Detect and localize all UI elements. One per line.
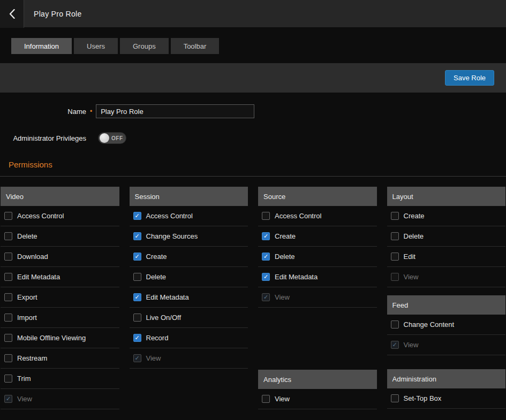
permission-row-session-change-sources[interactable]: ✓Change Sources [130,226,248,247]
checkbox-session-record[interactable]: ✓ [133,334,141,342]
checkbox-video-delete[interactable] [4,232,12,240]
permission-label: Edit Metadata [275,273,318,281]
permission-label: Restream [17,354,47,362]
checkbox-layout-create[interactable] [391,212,399,220]
permission-row-video-delete[interactable]: Delete [1,226,119,247]
permission-label: View [146,354,161,362]
checkbox-video-import[interactable] [4,314,12,322]
permission-row-video-restream[interactable]: Restream [1,348,119,369]
required-marker: • [90,108,92,115]
permission-row-source-access-control[interactable]: Access Control [258,206,377,226]
save-role-button[interactable]: Save Role [445,70,494,86]
permission-label: View [404,341,419,349]
permission-label: Set-Top Box [404,394,442,402]
permission-row-layout-delete[interactable]: Delete [387,226,506,247]
permission-row-video-trim[interactable]: Trim [1,369,119,389]
checkbox-layout-edit[interactable] [391,253,399,261]
permission-row-session-edit-metadata[interactable]: ✓Edit Metadata [130,287,248,308]
permissions-grid: VideoAccess ControlDeleteDownloadEdit Me… [0,177,506,409]
permission-group-feed: FeedChange Content✓View [387,295,506,355]
checkbox-session-live-on-off[interactable] [133,314,141,322]
permission-label: Change Content [404,320,455,329]
tab-users[interactable]: Users [74,38,118,54]
permission-label: View [404,273,419,281]
permission-group-session: Session✓Access Control✓Change Sources✓Cr… [130,187,248,369]
name-label: Name [0,108,86,116]
tab-information[interactable]: Information [11,38,72,54]
checkbox-video-restream[interactable] [4,354,12,362]
permission-row-source-create[interactable]: ✓Create [258,226,377,247]
permission-label: Access Control [17,212,64,220]
permission-row-session-view: ✓View [130,348,248,369]
name-input[interactable] [96,104,254,118]
checkbox-session-delete[interactable] [133,273,141,281]
checkbox-video-edit-metadata[interactable] [4,273,12,281]
permission-row-session-live-on-off[interactable]: Live On/Off [130,308,248,328]
permission-row-session-delete[interactable]: Delete [130,267,248,287]
permission-label: Delete [146,273,167,281]
permission-row-video-edit-metadata[interactable]: Edit Metadata [1,267,119,287]
permission-label: Export [17,293,37,301]
checkbox-video-trim[interactable] [4,375,12,383]
permission-row-feed-change-content[interactable]: Change Content [387,315,506,335]
checkbox-analytics-view[interactable] [262,395,270,403]
permission-row-video-mobile-offline-viewing[interactable]: Mobile Offline Viewing [1,328,119,348]
permission-row-session-create[interactable]: ✓Create [130,247,248,267]
permission-row-session-access-control[interactable]: ✓Access Control [130,206,248,226]
permission-label: Delete [17,232,37,240]
permission-row-video-download[interactable]: Download [1,247,119,267]
permission-row-layout-view: View [387,267,506,287]
permission-label: Edit Metadata [17,273,60,281]
checkbox-video-view: ✓ [4,395,12,403]
checkbox-video-download[interactable] [4,253,12,261]
tab-groups[interactable]: Groups [120,38,169,54]
checkbox-source-edit-metadata[interactable]: ✓ [262,273,270,281]
permission-label: Access Control [146,212,193,220]
tab-toolbar[interactable]: Toolbar [171,38,220,54]
checkbox-layout-view [391,273,399,281]
permission-row-video-view: ✓View [1,389,119,409]
checkbox-source-create[interactable]: ✓ [262,232,270,240]
checkbox-feed-view: ✓ [391,341,399,349]
permission-label: Create [146,253,167,261]
checkbox-video-export[interactable] [4,293,12,301]
checkbox-video-access-control[interactable] [4,212,12,220]
permission-row-video-import[interactable]: Import [1,308,119,328]
group-header-analytics: Analytics [258,370,377,389]
checkbox-administration-set-top-box[interactable] [391,394,399,402]
permission-label: Create [404,212,425,220]
checkbox-session-edit-metadata[interactable]: ✓ [133,293,141,301]
checkbox-session-access-control[interactable]: ✓ [133,212,141,220]
permission-row-feed-view: ✓View [387,335,506,355]
permissions-column-1: VideoAccess ControlDeleteDownloadEdit Me… [1,187,119,409]
checkbox-feed-change-content[interactable] [391,320,399,329]
checkbox-layout-delete[interactable] [391,232,399,240]
permission-label: Edit Metadata [146,293,189,301]
back-button[interactable] [0,0,24,28]
checkbox-source-delete[interactable]: ✓ [262,253,270,261]
permission-label: Delete [275,253,295,261]
checkbox-source-access-control[interactable] [262,212,270,220]
checkbox-session-change-sources[interactable]: ✓ [133,232,141,240]
permission-group-analytics: AnalyticsView [258,370,377,409]
permission-row-source-delete[interactable]: ✓Delete [258,247,377,267]
permission-row-video-export[interactable]: Export [1,287,119,308]
group-header-layout: Layout [387,187,506,206]
permissions-column-4: LayoutCreateDeleteEditViewFeedChange Con… [387,187,506,409]
permission-row-layout-create[interactable]: Create [387,206,506,226]
permission-row-source-edit-metadata[interactable]: ✓Edit Metadata [258,267,377,287]
permission-row-session-record[interactable]: ✓Record [130,328,248,348]
permission-row-administration-set-top-box[interactable]: Set-Top Box [387,388,506,409]
permission-label: Create [275,232,296,240]
toggle-knob [100,133,109,143]
toggle-state-label: OFF [111,135,123,141]
permission-row-video-access-control[interactable]: Access Control [1,206,119,226]
checkbox-video-mobile-offline-viewing[interactable] [4,334,12,342]
group-header-source: Source [258,187,377,206]
checkbox-session-create[interactable]: ✓ [133,253,141,261]
admin-privileges-row: Administrator Privileges OFF [0,132,506,144]
permission-row-analytics-view[interactable]: View [258,389,377,409]
admin-privileges-toggle[interactable]: OFF [98,132,126,144]
permission-label: Import [17,314,37,322]
permission-row-layout-edit[interactable]: Edit [387,247,506,267]
